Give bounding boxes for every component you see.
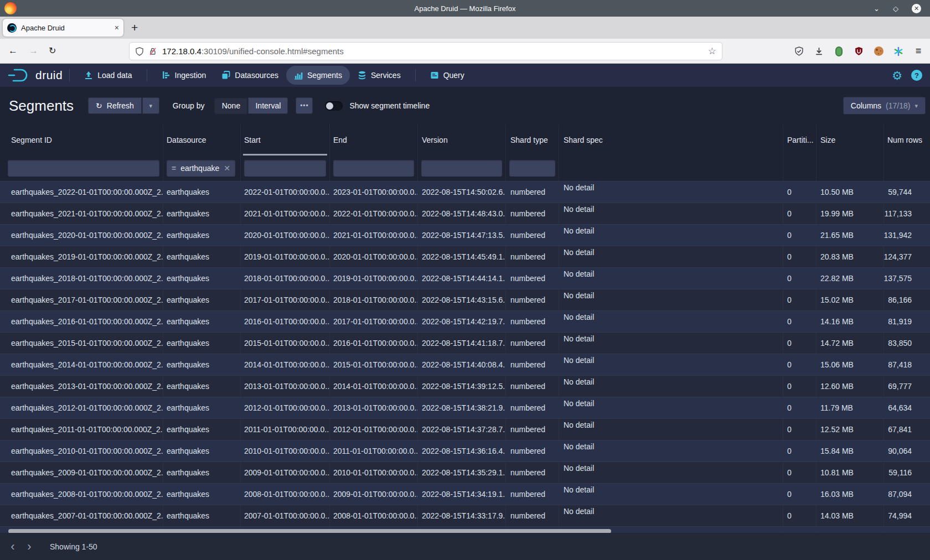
browser-tab[interactable]: Apache Druid × — [3, 19, 123, 37]
size-cell[interactable]: 14.72 MB — [816, 333, 884, 354]
start-cell[interactable]: 2009-01-01T00:00:00.0... — [240, 462, 329, 483]
start-cell[interactable]: 2019-01-01T00:00:00.0... — [240, 246, 329, 267]
shard-type-filter-input[interactable] — [509, 160, 555, 177]
start-cell[interactable]: 2015-01-01T00:00:00.0... — [240, 333, 329, 354]
segment-id-cell[interactable]: earthquakes_2009-01-01T00:00:00.000Z_2..… — [0, 462, 163, 483]
shard-type-cell[interactable]: numbered — [505, 354, 559, 375]
size-cell[interactable]: 16.03 MB — [816, 484, 884, 505]
shard-type-cell[interactable]: numbered — [505, 397, 559, 418]
start-cell[interactable]: 2017-01-01T00:00:00.0... — [240, 289, 329, 310]
size-cell[interactable]: 15.06 MB — [816, 354, 884, 375]
shard-type-cell[interactable]: numbered — [505, 182, 559, 203]
end-cell[interactable]: 2020-01-01T00:00:00.0... — [329, 246, 417, 267]
datasource-cell[interactable]: earthquakes — [163, 311, 240, 332]
start-cell[interactable]: 2016-01-01T00:00:00.0... — [240, 311, 329, 332]
partition-cell[interactable]: 0 — [783, 333, 816, 354]
num-rows-cell[interactable]: 81,919 — [884, 311, 930, 332]
size-cell[interactable]: 12.52 MB — [816, 419, 884, 440]
size-cell[interactable]: 21.65 MB — [816, 225, 884, 246]
segment-id-cell[interactable]: earthquakes_2011-01-01T00:00:00.000Z_2..… — [0, 419, 163, 440]
version-cell[interactable]: 2022-08-15T14:43:15.6... — [417, 289, 505, 310]
col-header-partition[interactable]: Partiti... — [783, 125, 816, 155]
datasource-cell[interactable]: earthquakes — [163, 376, 240, 397]
datasource-cell[interactable]: earthquakes — [163, 203, 240, 224]
size-cell[interactable]: 15.02 MB — [816, 289, 884, 310]
end-cell[interactable]: 2008-01-01T00:00:00.0... — [329, 505, 417, 526]
end-cell[interactable]: 2009-01-01T00:00:00.0... — [329, 484, 417, 505]
shard-spec-cell[interactable]: No detail — [559, 484, 783, 505]
end-cell[interactable]: 2017-01-01T00:00:00.0... — [329, 311, 417, 332]
shard-type-cell[interactable]: numbered — [505, 311, 559, 332]
shard-type-cell[interactable]: numbered — [505, 505, 559, 526]
more-options-button[interactable]: ••• — [296, 97, 313, 114]
shard-type-cell[interactable]: numbered — [505, 376, 559, 397]
shard-spec-cell[interactable]: No detail — [559, 182, 783, 203]
version-cell[interactable]: 2022-08-15T14:36:16.4... — [417, 440, 505, 462]
partition-cell[interactable]: 0 — [783, 440, 816, 462]
partition-cell[interactable]: 0 — [783, 289, 816, 310]
num-rows-cell[interactable]: 64,634 — [884, 397, 930, 418]
new-tab-button[interactable]: + — [131, 21, 138, 34]
partition-cell[interactable]: 0 — [783, 397, 816, 418]
version-cell[interactable]: 2022-08-15T14:38:21.9... — [417, 397, 505, 418]
segment-id-cell[interactable]: earthquakes_2019-01-01T00:00:00.000Z_2..… — [0, 246, 163, 267]
version-cell[interactable]: 2022-08-15T14:44:14.1... — [417, 268, 505, 289]
forward-button[interactable]: → — [29, 45, 38, 56]
partition-cell[interactable]: 0 — [783, 203, 816, 224]
datasource-cell[interactable]: earthquakes — [163, 225, 240, 246]
segment-id-cell[interactable]: earthquakes_2007-01-01T00:00:00.000Z_2..… — [0, 505, 163, 526]
segment-id-cell[interactable]: earthquakes_2015-01-01T00:00:00.000Z_2..… — [0, 333, 163, 354]
col-header-segment-id[interactable]: Segment ID — [0, 125, 163, 155]
druid-brand[interactable]: druid — [8, 68, 63, 82]
shard-spec-cell[interactable]: No detail — [559, 333, 783, 354]
partition-cell[interactable]: 0 — [783, 484, 816, 505]
size-cell[interactable]: 10.50 MB — [816, 182, 884, 203]
end-cell[interactable]: 2022-01-01T00:00:00.0... — [329, 203, 417, 224]
num-rows-cell[interactable]: 87,094 — [884, 484, 930, 505]
pocket-shield-icon[interactable] — [793, 46, 805, 56]
extension-green-icon[interactable] — [833, 46, 845, 56]
shard-spec-cell[interactable]: No detail — [559, 505, 783, 526]
end-cell[interactable]: 2011-01-01T00:00:00.0... — [329, 440, 417, 462]
shard-type-cell[interactable]: numbered — [505, 225, 559, 246]
version-cell[interactable]: 2022-08-15T14:47:13.5... — [417, 225, 505, 246]
shard-spec-cell[interactable]: No detail — [559, 440, 783, 462]
partition-cell[interactable]: 0 — [783, 376, 816, 397]
start-cell[interactable]: 2021-01-01T00:00:00.0... — [240, 203, 329, 224]
end-cell[interactable]: 2010-01-01T00:00:00.0... — [329, 462, 417, 483]
shard-type-cell[interactable]: numbered — [505, 203, 559, 224]
version-cell[interactable]: 2022-08-15T14:41:18.7... — [417, 333, 505, 354]
shard-spec-cell[interactable]: No detail — [559, 419, 783, 440]
datasource-cell[interactable]: earthquakes — [163, 354, 240, 375]
back-button[interactable]: ← — [8, 45, 18, 56]
previous-page-button[interactable]: ‹ — [4, 541, 21, 553]
shard-type-cell[interactable]: numbered — [505, 333, 559, 354]
datasource-cell[interactable]: earthquakes — [163, 505, 240, 526]
segment-id-cell[interactable]: earthquakes_2016-01-01T00:00:00.000Z_2..… — [0, 311, 163, 332]
datasource-cell[interactable]: earthquakes — [163, 419, 240, 440]
end-cell[interactable]: 2021-01-01T00:00:00.0... — [329, 225, 417, 246]
size-cell[interactable]: 10.81 MB — [816, 462, 884, 483]
nav-load-data[interactable]: Load data — [76, 66, 140, 85]
shard-spec-cell[interactable]: No detail — [559, 311, 783, 332]
num-rows-cell[interactable]: 69,777 — [884, 376, 930, 397]
cookie-extension-icon[interactable] — [872, 46, 885, 56]
end-cell[interactable]: 2013-01-01T00:00:00.0... — [329, 397, 417, 418]
start-cell[interactable]: 2010-01-01T00:00:00.0... — [240, 440, 329, 462]
segment-id-cell[interactable]: earthquakes_2022-01-01T00:00:00.000Z_2..… — [0, 182, 163, 203]
end-cell[interactable]: 2015-01-01T00:00:00.0... — [329, 354, 417, 375]
end-cell[interactable]: 2019-01-01T00:00:00.0... — [329, 268, 417, 289]
datasource-cell[interactable]: earthquakes — [163, 462, 240, 483]
bookmark-star-icon[interactable]: ☆ — [708, 45, 716, 57]
datasource-cell[interactable]: earthquakes — [163, 484, 240, 505]
col-header-shard-spec[interactable]: Shard spec — [559, 125, 783, 155]
shard-spec-cell[interactable]: No detail — [559, 354, 783, 375]
size-cell[interactable]: 14.16 MB — [816, 311, 884, 332]
datasource-cell[interactable]: earthquakes — [163, 397, 240, 418]
partition-cell[interactable]: 0 — [783, 182, 816, 203]
partition-cell[interactable]: 0 — [783, 268, 816, 289]
version-cell[interactable]: 2022-08-15T14:33:17.9... — [417, 505, 505, 526]
col-header-num-rows[interactable]: Num rows — [884, 125, 930, 155]
partition-cell[interactable]: 0 — [783, 354, 816, 375]
start-cell[interactable]: 2012-01-01T00:00:00.0... — [240, 397, 329, 418]
